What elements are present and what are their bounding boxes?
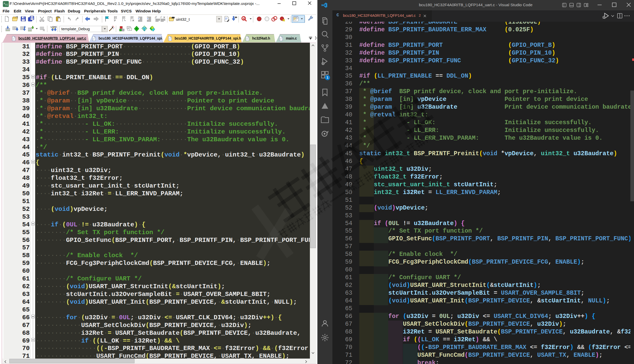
svg-text:LOAD: LOAD xyxy=(51,26,57,28)
svg-text:V5: V5 xyxy=(5,3,8,6)
svg-text://: // xyxy=(160,16,162,19)
svg-text:d: d xyxy=(243,17,245,20)
svg-text://: // xyxy=(155,16,157,19)
